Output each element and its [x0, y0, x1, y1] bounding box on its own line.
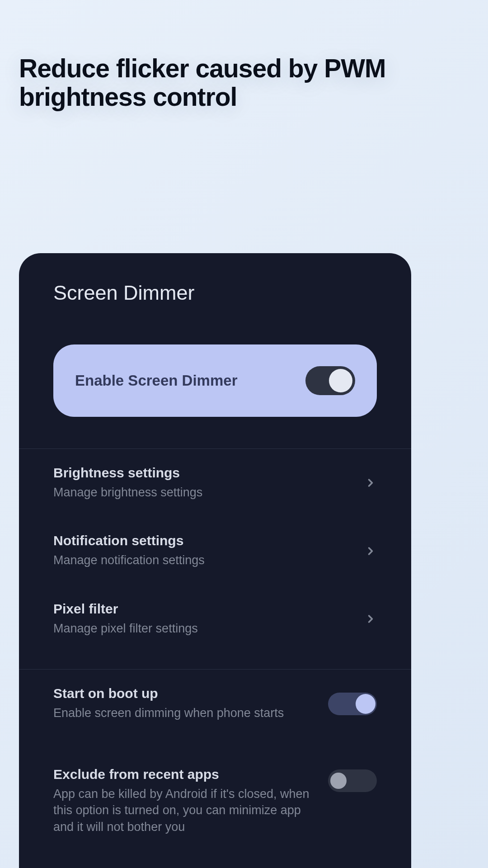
list-text: Brightness settings Manage brightness se…: [53, 465, 353, 500]
item-title: Notification settings: [53, 533, 353, 548]
item-title: Brightness settings: [53, 465, 353, 481]
list-text: Start on boot up Enable screen dimming w…: [53, 686, 317, 721]
item-title: Exclude from recent apps: [53, 767, 317, 782]
chevron-right-icon: [364, 613, 377, 625]
card-title: Screen Dimmer: [19, 253, 411, 305]
list-text: Notification settings Manage notificatio…: [53, 533, 353, 568]
item-subtitle: Enable screen dimming when phone starts: [53, 705, 317, 721]
chevron-right-icon: [364, 476, 377, 489]
settings-card: Screen Dimmer Enable Screen Dimmer Brigh…: [19, 253, 411, 868]
exclude-toggle[interactable]: [328, 769, 377, 792]
item-title: Pixel filter: [53, 601, 353, 617]
enable-toggle[interactable]: [305, 366, 355, 395]
list-text: Exclude from recent apps App can be kill…: [53, 767, 317, 835]
chevron-right-icon: [364, 545, 377, 557]
item-title: Start on boot up: [53, 686, 317, 701]
page-header: Reduce flicker caused by PWM brightness …: [0, 0, 488, 111]
toggle-knob: [329, 369, 352, 392]
enable-screen-dimmer-row[interactable]: Enable Screen Dimmer: [53, 344, 377, 417]
start-on-boot-row[interactable]: Start on boot up Enable screen dimming w…: [19, 670, 411, 737]
list-text: Pixel filter Manage pixel filter setting…: [53, 601, 353, 637]
boot-toggle[interactable]: [328, 693, 377, 715]
page-headline: Reduce flicker caused by PWM brightness …: [19, 54, 469, 111]
item-subtitle: Manage brightness settings: [53, 484, 353, 500]
exclude-recent-row[interactable]: Exclude from recent apps App can be kill…: [19, 750, 411, 851]
brightness-settings-row[interactable]: Brightness settings Manage brightness se…: [19, 449, 411, 517]
notification-settings-row[interactable]: Notification settings Manage notificatio…: [19, 517, 411, 585]
toggle-knob: [356, 694, 375, 714]
toggle-knob: [330, 773, 347, 789]
item-subtitle: Manage pixel filter settings: [53, 620, 353, 637]
item-subtitle: Manage notification settings: [53, 552, 353, 568]
pixel-filter-row[interactable]: Pixel filter Manage pixel filter setting…: [19, 585, 411, 653]
item-subtitle: App can be killed by Android if it's clo…: [53, 786, 317, 835]
enable-label: Enable Screen Dimmer: [75, 372, 238, 389]
